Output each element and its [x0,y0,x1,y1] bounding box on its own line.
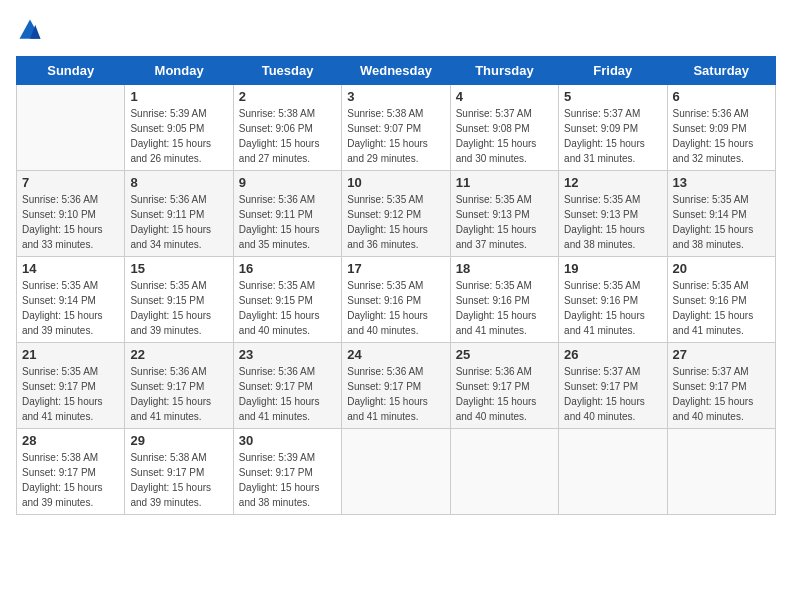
day-number: 15 [130,261,227,276]
day-number: 8 [130,175,227,190]
day-number: 11 [456,175,553,190]
page-header [16,16,776,44]
calendar-cell: 15Sunrise: 5:35 AMSunset: 9:15 PMDayligh… [125,257,233,343]
calendar-cell [17,85,125,171]
day-number: 17 [347,261,444,276]
calendar-week-4: 21Sunrise: 5:35 AMSunset: 9:17 PMDayligh… [17,343,776,429]
day-number: 12 [564,175,661,190]
calendar-cell: 8Sunrise: 5:36 AMSunset: 9:11 PMDaylight… [125,171,233,257]
day-detail: Sunrise: 5:35 AMSunset: 9:15 PMDaylight:… [130,278,227,338]
day-number: 2 [239,89,336,104]
day-number: 13 [673,175,770,190]
day-number: 7 [22,175,119,190]
day-detail: Sunrise: 5:37 AMSunset: 9:17 PMDaylight:… [673,364,770,424]
weekday-header-monday: Monday [125,57,233,85]
day-detail: Sunrise: 5:36 AMSunset: 9:11 PMDaylight:… [239,192,336,252]
calendar-week-5: 28Sunrise: 5:38 AMSunset: 9:17 PMDayligh… [17,429,776,515]
day-number: 28 [22,433,119,448]
day-detail: Sunrise: 5:35 AMSunset: 9:16 PMDaylight:… [456,278,553,338]
day-detail: Sunrise: 5:38 AMSunset: 9:17 PMDaylight:… [22,450,119,510]
calendar-cell: 12Sunrise: 5:35 AMSunset: 9:13 PMDayligh… [559,171,667,257]
day-number: 26 [564,347,661,362]
calendar-cell: 20Sunrise: 5:35 AMSunset: 9:16 PMDayligh… [667,257,775,343]
day-number: 22 [130,347,227,362]
calendar-cell [559,429,667,515]
day-number: 10 [347,175,444,190]
weekday-header-sunday: Sunday [17,57,125,85]
day-number: 5 [564,89,661,104]
calendar-cell: 23Sunrise: 5:36 AMSunset: 9:17 PMDayligh… [233,343,341,429]
day-detail: Sunrise: 5:37 AMSunset: 9:09 PMDaylight:… [564,106,661,166]
calendar-cell: 4Sunrise: 5:37 AMSunset: 9:08 PMDaylight… [450,85,558,171]
calendar-week-2: 7Sunrise: 5:36 AMSunset: 9:10 PMDaylight… [17,171,776,257]
calendar-header: SundayMondayTuesdayWednesdayThursdayFrid… [17,57,776,85]
day-number: 25 [456,347,553,362]
weekday-header-wednesday: Wednesday [342,57,450,85]
day-number: 29 [130,433,227,448]
day-number: 4 [456,89,553,104]
calendar-cell: 9Sunrise: 5:36 AMSunset: 9:11 PMDaylight… [233,171,341,257]
calendar-cell: 1Sunrise: 5:39 AMSunset: 9:05 PMDaylight… [125,85,233,171]
calendar-cell: 24Sunrise: 5:36 AMSunset: 9:17 PMDayligh… [342,343,450,429]
day-detail: Sunrise: 5:39 AMSunset: 9:05 PMDaylight:… [130,106,227,166]
logo [16,16,50,44]
day-detail: Sunrise: 5:35 AMSunset: 9:12 PMDaylight:… [347,192,444,252]
day-detail: Sunrise: 5:35 AMSunset: 9:16 PMDaylight:… [347,278,444,338]
day-number: 19 [564,261,661,276]
day-detail: Sunrise: 5:37 AMSunset: 9:17 PMDaylight:… [564,364,661,424]
day-detail: Sunrise: 5:35 AMSunset: 9:16 PMDaylight:… [564,278,661,338]
day-detail: Sunrise: 5:35 AMSunset: 9:15 PMDaylight:… [239,278,336,338]
calendar-cell: 26Sunrise: 5:37 AMSunset: 9:17 PMDayligh… [559,343,667,429]
day-detail: Sunrise: 5:35 AMSunset: 9:14 PMDaylight:… [22,278,119,338]
calendar-cell: 10Sunrise: 5:35 AMSunset: 9:12 PMDayligh… [342,171,450,257]
day-number: 27 [673,347,770,362]
calendar-cell [450,429,558,515]
day-detail: Sunrise: 5:35 AMSunset: 9:14 PMDaylight:… [673,192,770,252]
day-number: 20 [673,261,770,276]
day-detail: Sunrise: 5:36 AMSunset: 9:10 PMDaylight:… [22,192,119,252]
day-number: 14 [22,261,119,276]
calendar-cell: 7Sunrise: 5:36 AMSunset: 9:10 PMDaylight… [17,171,125,257]
weekday-header-row: SundayMondayTuesdayWednesdayThursdayFrid… [17,57,776,85]
day-detail: Sunrise: 5:35 AMSunset: 9:13 PMDaylight:… [456,192,553,252]
weekday-header-saturday: Saturday [667,57,775,85]
calendar-week-1: 1Sunrise: 5:39 AMSunset: 9:05 PMDaylight… [17,85,776,171]
calendar-cell: 25Sunrise: 5:36 AMSunset: 9:17 PMDayligh… [450,343,558,429]
calendar-table: SundayMondayTuesdayWednesdayThursdayFrid… [16,56,776,515]
calendar-cell: 2Sunrise: 5:38 AMSunset: 9:06 PMDaylight… [233,85,341,171]
day-detail: Sunrise: 5:36 AMSunset: 9:17 PMDaylight:… [347,364,444,424]
calendar-cell: 30Sunrise: 5:39 AMSunset: 9:17 PMDayligh… [233,429,341,515]
day-number: 21 [22,347,119,362]
day-detail: Sunrise: 5:36 AMSunset: 9:11 PMDaylight:… [130,192,227,252]
day-number: 6 [673,89,770,104]
calendar-cell: 11Sunrise: 5:35 AMSunset: 9:13 PMDayligh… [450,171,558,257]
calendar-cell: 29Sunrise: 5:38 AMSunset: 9:17 PMDayligh… [125,429,233,515]
calendar-cell: 3Sunrise: 5:38 AMSunset: 9:07 PMDaylight… [342,85,450,171]
day-number: 16 [239,261,336,276]
day-detail: Sunrise: 5:38 AMSunset: 9:06 PMDaylight:… [239,106,336,166]
day-detail: Sunrise: 5:37 AMSunset: 9:08 PMDaylight:… [456,106,553,166]
day-detail: Sunrise: 5:36 AMSunset: 9:17 PMDaylight:… [239,364,336,424]
day-number: 30 [239,433,336,448]
calendar-cell: 19Sunrise: 5:35 AMSunset: 9:16 PMDayligh… [559,257,667,343]
day-detail: Sunrise: 5:36 AMSunset: 9:17 PMDaylight:… [130,364,227,424]
calendar-week-3: 14Sunrise: 5:35 AMSunset: 9:14 PMDayligh… [17,257,776,343]
day-number: 18 [456,261,553,276]
day-detail: Sunrise: 5:38 AMSunset: 9:17 PMDaylight:… [130,450,227,510]
day-detail: Sunrise: 5:39 AMSunset: 9:17 PMDaylight:… [239,450,336,510]
day-detail: Sunrise: 5:35 AMSunset: 9:16 PMDaylight:… [673,278,770,338]
calendar-body: 1Sunrise: 5:39 AMSunset: 9:05 PMDaylight… [17,85,776,515]
calendar-cell: 13Sunrise: 5:35 AMSunset: 9:14 PMDayligh… [667,171,775,257]
day-detail: Sunrise: 5:38 AMSunset: 9:07 PMDaylight:… [347,106,444,166]
day-detail: Sunrise: 5:35 AMSunset: 9:13 PMDaylight:… [564,192,661,252]
calendar-cell: 21Sunrise: 5:35 AMSunset: 9:17 PMDayligh… [17,343,125,429]
day-number: 24 [347,347,444,362]
calendar-cell: 5Sunrise: 5:37 AMSunset: 9:09 PMDaylight… [559,85,667,171]
day-detail: Sunrise: 5:35 AMSunset: 9:17 PMDaylight:… [22,364,119,424]
calendar-cell: 28Sunrise: 5:38 AMSunset: 9:17 PMDayligh… [17,429,125,515]
calendar-cell: 27Sunrise: 5:37 AMSunset: 9:17 PMDayligh… [667,343,775,429]
day-detail: Sunrise: 5:36 AMSunset: 9:17 PMDaylight:… [456,364,553,424]
logo-icon [16,16,44,44]
calendar-cell: 17Sunrise: 5:35 AMSunset: 9:16 PMDayligh… [342,257,450,343]
calendar-cell: 22Sunrise: 5:36 AMSunset: 9:17 PMDayligh… [125,343,233,429]
